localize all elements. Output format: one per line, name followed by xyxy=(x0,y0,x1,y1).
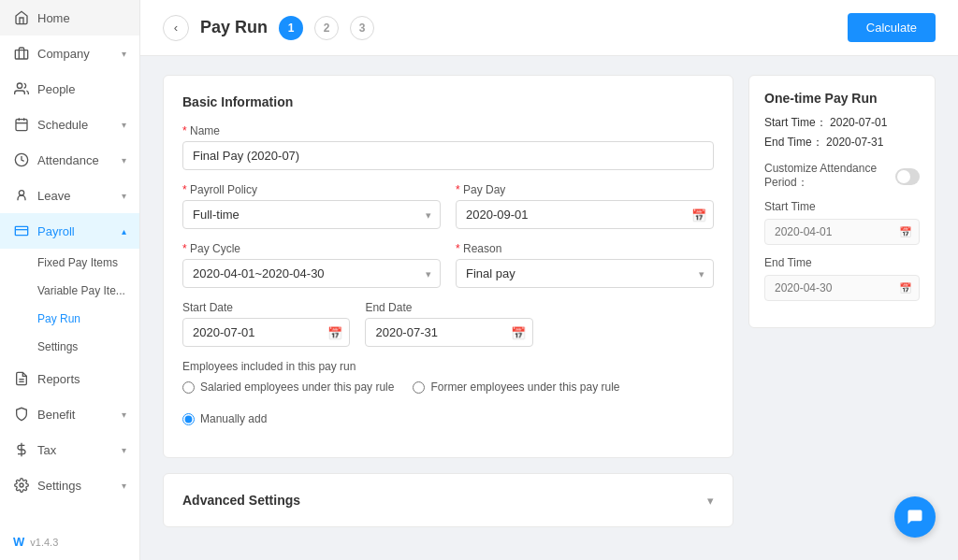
payroll-policy-select[interactable]: Full-time xyxy=(182,200,441,229)
pay-cycle-select[interactable]: 2020-04-01~2020-04-30 xyxy=(182,259,441,288)
content-area: Basic Information Name Payroll Policy F xyxy=(140,56,958,560)
page-title: Pay Run xyxy=(200,18,268,37)
advanced-settings-header[interactable]: Advanced Settings ▾ xyxy=(182,493,714,508)
name-row: Name xyxy=(182,124,714,170)
chat-button[interactable] xyxy=(894,496,936,538)
step-1-circle[interactable]: 1 xyxy=(279,16,303,40)
dates-row: Start Date 📅 End Date 📅 xyxy=(182,301,714,347)
sidebar-item-tax-label: Tax xyxy=(37,443,56,457)
radio-manual-label: Manually add xyxy=(200,412,267,425)
name-group: Name xyxy=(182,124,714,170)
pay-day-input[interactable] xyxy=(456,200,714,229)
panel-end-time-wrapper: 📅 xyxy=(764,275,920,301)
pay-day-label: Pay Day xyxy=(456,183,714,196)
panel-start-time-label: Start Time： xyxy=(764,116,827,129)
sidebar-item-attendance-label: Attendance xyxy=(37,153,99,167)
page-header: ‹ Pay Run 1 2 3 Calculate xyxy=(140,0,958,56)
sidebar-item-benefit-label: Benefit xyxy=(37,408,75,422)
sidebar-item-schedule[interactable]: Schedule ▾ xyxy=(0,107,139,142)
reason-group: Reason Final pay xyxy=(456,242,714,288)
radio-former[interactable]: Former employees under this pay rule xyxy=(413,381,619,394)
schedule-icon xyxy=(13,116,30,133)
info-panel-title: One-time Pay Run xyxy=(764,91,920,106)
radio-manual-input[interactable] xyxy=(182,413,195,425)
panel-start-time-row: Start Time： 2020-07-01 xyxy=(764,115,920,131)
svg-point-1 xyxy=(17,83,22,88)
pay-cycle-select-wrapper: 2020-04-01~2020-04-30 xyxy=(182,259,441,288)
calculate-button[interactable]: Calculate xyxy=(848,13,936,42)
sidebar-item-people-label: People xyxy=(37,82,75,96)
sidebar-item-payroll[interactable]: Payroll ▴ xyxy=(0,213,139,249)
benefit-arrow-icon: ▾ xyxy=(122,409,126,420)
employees-row: Employees included in this pay run Salar… xyxy=(182,360,714,425)
end-date-input-wrapper: 📅 xyxy=(365,318,532,347)
end-date-group: End Date 📅 xyxy=(365,301,532,347)
customize-toggle-row: Customize Attendance Period： xyxy=(764,162,920,191)
home-icon xyxy=(13,9,30,26)
schedule-arrow-icon: ▾ xyxy=(122,120,126,130)
sidebar-sub-pay-run[interactable]: Pay Run xyxy=(0,305,139,333)
radio-manual[interactable]: Manually add xyxy=(182,412,267,425)
radio-salaried[interactable]: Salaried employees under this pay rule xyxy=(182,381,394,394)
end-date-input[interactable] xyxy=(365,318,532,347)
main-content: ‹ Pay Run 1 2 3 Calculate Basic Informat… xyxy=(140,0,958,560)
payroll-policy-select-wrapper: Full-time xyxy=(182,200,441,229)
pay-day-group: Pay Day 📅 xyxy=(456,183,714,229)
leave-arrow-icon: ▾ xyxy=(122,191,126,201)
employees-radio-group: Salaried employees under this pay rule F… xyxy=(182,381,714,425)
radio-former-input[interactable] xyxy=(413,381,425,394)
radio-salaried-input[interactable] xyxy=(182,381,195,394)
sidebar-sub-fixed-pay[interactable]: Fixed Pay Items xyxy=(0,249,139,277)
panel-start-time-section-title: Start Time xyxy=(764,200,920,213)
policy-payday-row: Payroll Policy Full-time Pay Day 📅 xyxy=(182,183,714,229)
attendance-icon xyxy=(13,151,30,168)
step-3-circle[interactable]: 3 xyxy=(350,16,374,40)
customize-label: Customize Attendance Period： xyxy=(764,162,895,191)
sidebar-sub-variable-pay[interactable]: Variable Pay Ite... xyxy=(0,277,139,305)
reason-select[interactable]: Final pay xyxy=(456,259,714,288)
tax-arrow-icon: ▾ xyxy=(122,445,126,455)
panel-end-time-label: End Time： xyxy=(764,136,823,149)
start-date-label: Start Date xyxy=(182,301,350,314)
sidebar-sub-variable-pay-label: Variable Pay Ite... xyxy=(37,284,125,297)
company-arrow-icon: ▾ xyxy=(122,49,126,59)
payroll-policy-label: Payroll Policy xyxy=(182,183,441,196)
reports-icon xyxy=(13,370,30,387)
sidebar-item-schedule-label: Schedule xyxy=(37,118,88,132)
brand-logo: W xyxy=(13,535,24,549)
panel-start-time-input[interactable] xyxy=(764,219,920,245)
sidebar-item-home[interactable]: Home xyxy=(0,0,139,36)
panel-end-time-section-title: End Time xyxy=(764,256,920,269)
radio-salaried-label: Salaried employees under this pay rule xyxy=(200,381,394,394)
start-date-input-wrapper: 📅 xyxy=(182,318,350,347)
name-input[interactable] xyxy=(182,141,714,170)
reason-label: Reason xyxy=(456,242,714,255)
sidebar-item-company[interactable]: Company ▾ xyxy=(0,36,139,71)
cycle-reason-row: Pay Cycle 2020-04-01~2020-04-30 Reason F… xyxy=(182,242,714,288)
sidebar-item-settings[interactable]: Settings ▾ xyxy=(0,467,139,503)
step-2-circle[interactable]: 2 xyxy=(314,16,339,40)
advanced-chevron-icon: ▾ xyxy=(707,494,714,508)
start-date-input[interactable] xyxy=(182,318,350,347)
payroll-policy-group: Payroll Policy Full-time xyxy=(182,183,441,229)
sidebar-sub-payroll-settings-label: Settings xyxy=(37,340,78,353)
attendance-arrow-icon: ▾ xyxy=(122,155,126,165)
sidebar-item-settings-label: Settings xyxy=(37,479,81,493)
sidebar-item-attendance[interactable]: Attendance ▾ xyxy=(0,142,139,178)
sidebar-sub-payroll-settings[interactable]: Settings xyxy=(0,333,139,361)
settings-arrow-icon: ▾ xyxy=(122,481,126,491)
sidebar-item-leave[interactable]: Leave ▾ xyxy=(0,178,139,213)
sidebar-item-company-label: Company xyxy=(37,47,90,61)
sidebar-item-tax[interactable]: Tax ▾ xyxy=(0,432,139,467)
pay-cycle-label: Pay Cycle xyxy=(182,242,441,255)
sidebar-item-benefit[interactable]: Benefit ▾ xyxy=(0,396,139,432)
panel-end-time-input[interactable] xyxy=(764,275,920,301)
sidebar-item-reports[interactable]: Reports xyxy=(0,361,139,396)
svg-rect-2 xyxy=(16,120,27,131)
panel-start-calendar-icon: 📅 xyxy=(899,226,912,238)
panel-end-time-value: 2020-07-31 xyxy=(826,136,883,149)
customize-toggle[interactable] xyxy=(895,168,920,185)
start-date-group: Start Date 📅 xyxy=(182,301,350,347)
back-button[interactable]: ‹ xyxy=(163,15,189,41)
sidebar-item-people[interactable]: People xyxy=(0,71,139,107)
